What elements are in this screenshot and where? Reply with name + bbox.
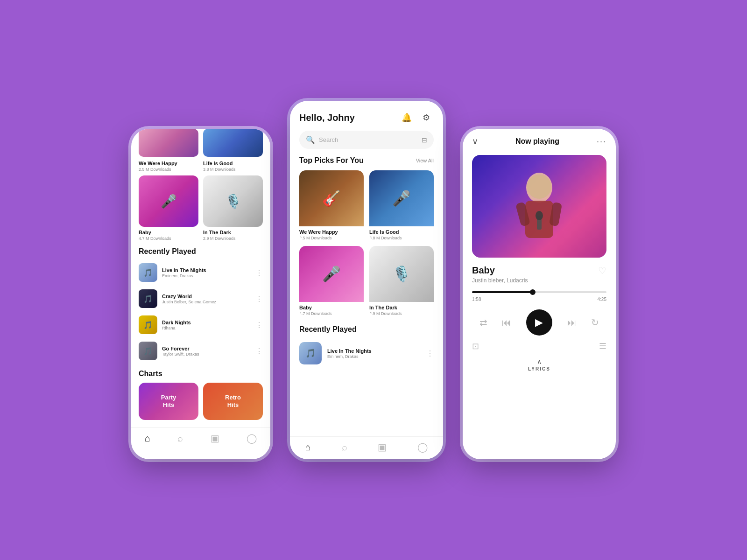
top-partial-row bbox=[131, 129, 270, 157]
recent-thumb-1: 🎵 bbox=[139, 289, 157, 308]
album-art-singer bbox=[472, 155, 606, 258]
picks-img-0: 🎸 bbox=[299, 170, 364, 226]
album-art bbox=[472, 155, 606, 258]
center-nav-search[interactable]: ⌕ bbox=[342, 442, 347, 453]
chart-retro-label: RetroHits bbox=[225, 394, 241, 408]
notification-button[interactable]: 🔔 bbox=[399, 110, 414, 125]
progress-dot bbox=[530, 289, 536, 295]
recent-more-0[interactable]: ⋮ bbox=[255, 268, 263, 277]
center-nav-home[interactable]: ⌂ bbox=[305, 442, 311, 453]
picks-card-3[interactable]: 🎙️ In The Dark 2.9 M Downloads bbox=[369, 246, 434, 316]
recent-title-3: Go Forever bbox=[162, 346, 251, 351]
chart-party-label: PartyHits bbox=[161, 394, 176, 408]
partial-sub-1: 2.5 M Downloads bbox=[139, 167, 198, 172]
top-picks-header: Top Picks For You View All bbox=[290, 156, 443, 165]
recently-played-list: 🎵 Live In The Nights Eminem, Drakas ⋮ 🎵 … bbox=[139, 260, 263, 363]
progress-track bbox=[472, 291, 606, 293]
header-icons: 🔔 ⚙ bbox=[399, 110, 434, 125]
cast-button[interactable]: ⊡ bbox=[472, 341, 479, 351]
recent-title-0: Live In The Nights bbox=[162, 267, 251, 273]
baby-sub: 4.7 M Downloads bbox=[139, 236, 198, 241]
nav-search[interactable]: ⌕ bbox=[177, 433, 183, 444]
recent-thumb-3: 🎵 bbox=[139, 342, 157, 360]
shuffle-button[interactable]: ⇄ bbox=[479, 317, 487, 328]
search-input[interactable]: Search bbox=[319, 136, 418, 143]
center-recent-artist-0: Eminem, Drakas bbox=[327, 354, 421, 359]
next-button[interactable]: ⏭ bbox=[567, 317, 577, 328]
time-total: 4:25 bbox=[598, 297, 606, 302]
center-recent-item-0[interactable]: 🎵 Live In The Nights Eminem, Drakas ⋮ bbox=[299, 338, 434, 368]
center-nav-library[interactable]: ▣ bbox=[378, 441, 387, 453]
picks-card-2[interactable]: 🎤 Baby 4.7 M Downloads bbox=[299, 246, 364, 316]
charts-row: PartyHits RetroHits bbox=[139, 383, 263, 420]
recent-more-3[interactable]: ⋮ bbox=[255, 347, 263, 356]
back-button[interactable]: ∨ bbox=[472, 136, 478, 147]
partial-img-2 bbox=[203, 129, 263, 157]
recent-artist-1: Justin Belber, Selena Gomez bbox=[162, 300, 251, 304]
recent-info-1: Crazy World Justin Belber, Selena Gomez bbox=[162, 294, 251, 304]
picks-sub-1: 3.8 M Downloads bbox=[369, 236, 434, 240]
left-phone-outer: We Were Happy 2.5 M Downloads Life Is Go… bbox=[128, 126, 273, 462]
baby-title: Baby bbox=[139, 230, 198, 235]
track-baby[interactable]: 🎤 Baby 4.7 M Downloads bbox=[139, 175, 198, 241]
time-labels: 1:58 4:25 bbox=[463, 295, 616, 306]
picks-img-2: 🎤 bbox=[299, 246, 364, 302]
left-scroll-content: We Were Happy 2.5 M Downloads Life Is Go… bbox=[131, 161, 270, 427]
picks-img-1: 🎤 bbox=[369, 170, 434, 226]
partial-title-1: We Were Happy bbox=[139, 161, 198, 166]
view-all-button[interactable]: View All bbox=[416, 158, 434, 163]
recent-info-3: Go Forever Taylor Swift, Drakas bbox=[162, 346, 251, 357]
center-nav-profile[interactable]: ◯ bbox=[417, 441, 428, 453]
search-bar[interactable]: 🔍 Search ⊟ bbox=[299, 131, 434, 149]
picks-card-1[interactable]: 🎤 Life Is Good 3.8 M Downloads bbox=[369, 170, 434, 240]
picks-sub-3: 2.9 M Downloads bbox=[369, 311, 434, 316]
picks-title-2: Baby bbox=[299, 305, 364, 310]
picks-sub-2: 4.7 M Downloads bbox=[299, 311, 364, 316]
charts-heading: Charts bbox=[139, 370, 263, 378]
repeat-button[interactable]: ↻ bbox=[591, 317, 599, 328]
recent-item-1[interactable]: 🎵 Crazy World Justin Belber, Selena Gome… bbox=[139, 287, 263, 311]
recent-more-2[interactable]: ⋮ bbox=[255, 321, 263, 329]
picks-img-3: 🎙️ bbox=[369, 246, 434, 302]
song-title: Baby bbox=[472, 265, 528, 276]
dark-sub: 2.9 M Downloads bbox=[203, 236, 263, 241]
chart-party[interactable]: PartyHits bbox=[139, 383, 198, 420]
center-phone-outer: Hello, Johny 🔔 ⚙ 🔍 Search ⊟ Top Picks Fo… bbox=[287, 98, 446, 462]
recent-item-0[interactable]: 🎵 Live In The Nights Eminem, Drakas ⋮ bbox=[139, 260, 263, 285]
svg-point-6 bbox=[536, 211, 543, 220]
left-phone: We Were Happy 2.5 M Downloads Life Is Go… bbox=[131, 129, 270, 459]
like-button[interactable]: ♡ bbox=[598, 265, 606, 276]
chart-retro[interactable]: RetroHits bbox=[203, 383, 263, 420]
play-pause-button[interactable]: ▶ bbox=[526, 309, 552, 336]
song-artist: Justin bieber, Ludacris bbox=[472, 277, 528, 284]
settings-button[interactable]: ⚙ bbox=[419, 110, 434, 125]
prev-button[interactable]: ⏮ bbox=[502, 317, 511, 328]
center-recent-more-0[interactable]: ⋮ bbox=[426, 349, 434, 358]
partial-label-2: Life Is Good 3.8 M Downloads bbox=[203, 161, 263, 172]
lyrics-chevron-icon: ∧ bbox=[537, 358, 542, 365]
nav-library[interactable]: ▣ bbox=[211, 433, 219, 444]
progress-bar-wrap[interactable] bbox=[463, 287, 616, 295]
left-bottom-nav: ⌂ ⌕ ▣ ◯ bbox=[131, 427, 270, 450]
recent-more-1[interactable]: ⋮ bbox=[255, 294, 263, 303]
center-recently-played: Recently Played 🎵 Live In The Nights Emi… bbox=[290, 325, 443, 368]
recent-item-2[interactable]: 🎵 Dark Nights Rihana ⋮ bbox=[139, 313, 263, 337]
queue-button[interactable]: ☰ bbox=[599, 341, 606, 351]
center-recently-label: Recently Played bbox=[299, 325, 434, 334]
nav-profile[interactable]: ◯ bbox=[247, 433, 257, 444]
filter-icon[interactable]: ⊟ bbox=[422, 136, 427, 144]
lyrics-button[interactable]: ∧ LYRICS bbox=[463, 355, 616, 371]
picks-card-0[interactable]: 🎸 We Were Happy 2.5 M Downloads bbox=[299, 170, 364, 240]
extra-controls: ⊡ ☰ bbox=[463, 339, 616, 355]
recent-item-3[interactable]: 🎵 Go Forever Taylor Swift, Drakas ⋮ bbox=[139, 339, 263, 363]
recent-artist-3: Taylor Swift, Drakas bbox=[162, 352, 251, 357]
picks-title-1: Life Is Good bbox=[369, 229, 434, 235]
playback-controls: ⇄ ⏮ ▶ ⏭ ↻ bbox=[463, 306, 616, 339]
recent-title-2: Dark Nights bbox=[162, 320, 251, 325]
search-icon: 🔍 bbox=[306, 135, 315, 144]
nav-home[interactable]: ⌂ bbox=[145, 433, 150, 444]
track-in-the-dark[interactable]: 🎙️ In The Dark 2.9 M Downloads bbox=[203, 175, 263, 241]
recent-artist-2: Rihana bbox=[162, 326, 251, 330]
top-picks-label: Top Picks For You bbox=[299, 156, 364, 165]
more-options-button[interactable]: ··· bbox=[597, 137, 606, 147]
